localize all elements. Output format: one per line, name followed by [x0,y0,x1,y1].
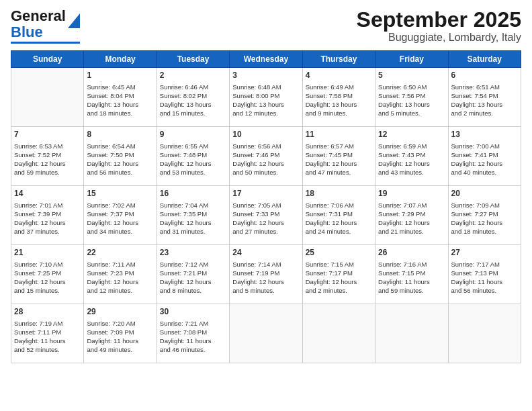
table-row: 23Sunrise: 7:12 AM Sunset: 7:21 PM Dayli… [157,245,229,304]
table-row: 7Sunrise: 6:53 AM Sunset: 7:52 PM Daylig… [11,127,84,186]
table-row: 29Sunrise: 7:20 AM Sunset: 7:09 PM Dayli… [84,304,157,363]
day-content: Sunrise: 7:05 AM Sunset: 7:33 PM Dayligh… [232,201,299,236]
day-number: 23 [160,247,226,258]
table-row: 15Sunrise: 7:02 AM Sunset: 7:37 PM Dayli… [84,186,157,245]
day-content: Sunrise: 6:48 AM Sunset: 8:00 PM Dayligh… [232,83,299,118]
day-content: Sunrise: 6:50 AM Sunset: 7:56 PM Dayligh… [378,83,445,118]
calendar-title: September 2025 [357,8,521,32]
table-row [448,304,521,363]
day-number: 14 [14,188,81,199]
day-content: Sunrise: 7:16 AM Sunset: 7:15 PM Dayligh… [378,260,445,295]
col-tuesday: Tuesday [157,51,229,68]
day-number: 29 [87,306,153,317]
day-number: 7 [14,129,81,140]
col-thursday: Thursday [302,51,375,68]
day-number: 30 [160,306,226,317]
table-row: 8Sunrise: 6:54 AM Sunset: 7:50 PM Daylig… [84,127,157,186]
day-content: Sunrise: 6:57 AM Sunset: 7:45 PM Dayligh… [306,142,372,177]
col-sunday: Sunday [11,51,84,68]
day-content: Sunrise: 7:14 AM Sunset: 7:19 PM Dayligh… [232,260,299,295]
day-number: 11 [306,129,372,140]
day-number: 5 [378,70,445,81]
calendar-subtitle: Buguggiate, Lombardy, Italy [357,32,521,44]
col-friday: Friday [375,51,448,68]
table-row: 5Sunrise: 6:50 AM Sunset: 7:56 PM Daylig… [375,68,448,127]
day-content: Sunrise: 7:09 AM Sunset: 7:27 PM Dayligh… [451,201,518,236]
day-number: 13 [451,129,518,140]
day-content: Sunrise: 6:51 AM Sunset: 7:54 PM Dayligh… [451,83,518,118]
day-content: Sunrise: 6:53 AM Sunset: 7:52 PM Dayligh… [14,142,81,177]
day-content: Sunrise: 6:54 AM Sunset: 7:50 PM Dayligh… [87,142,153,177]
table-row: 1Sunrise: 6:45 AM Sunset: 8:04 PM Daylig… [84,68,157,127]
table-row [11,68,84,127]
day-content: Sunrise: 6:56 AM Sunset: 7:46 PM Dayligh… [232,142,299,177]
day-content: Sunrise: 7:07 AM Sunset: 7:29 PM Dayligh… [378,201,445,236]
table-row: 14Sunrise: 7:01 AM Sunset: 7:39 PM Dayli… [11,186,84,245]
day-number: 16 [160,188,226,199]
page: General Blue September 2025 Buguggiate, … [0,0,532,411]
logo-underline [11,42,80,44]
day-number: 6 [451,70,518,81]
table-row: 21Sunrise: 7:10 AM Sunset: 7:25 PM Dayli… [11,245,84,304]
calendar-week-2: 7Sunrise: 6:53 AM Sunset: 7:52 PM Daylig… [11,127,521,186]
day-content: Sunrise: 7:11 AM Sunset: 7:23 PM Dayligh… [87,260,153,295]
logo-blue: Blue [11,24,43,40]
table-row: 24Sunrise: 7:14 AM Sunset: 7:19 PM Dayli… [230,245,302,304]
title-section: September 2025 Buguggiate, Lombardy, Ita… [357,8,521,44]
logo-triangle-icon [68,13,80,28]
day-content: Sunrise: 7:21 AM Sunset: 7:08 PM Dayligh… [160,319,226,355]
day-number: 27 [451,247,518,258]
day-content: Sunrise: 7:02 AM Sunset: 7:37 PM Dayligh… [87,201,153,236]
day-content: Sunrise: 7:00 AM Sunset: 7:41 PM Dayligh… [451,142,518,177]
table-row: 26Sunrise: 7:16 AM Sunset: 7:15 PM Dayli… [375,245,448,304]
day-number: 21 [14,247,81,258]
day-number: 24 [232,247,299,258]
table-row [375,304,448,363]
day-number: 17 [232,188,299,199]
day-content: Sunrise: 7:17 AM Sunset: 7:13 PM Dayligh… [451,260,518,295]
col-wednesday: Wednesday [230,51,302,68]
day-content: Sunrise: 7:19 AM Sunset: 7:11 PM Dayligh… [14,319,81,355]
day-number: 4 [306,70,372,81]
day-number: 19 [378,188,445,199]
svg-marker-0 [68,13,80,28]
day-content: Sunrise: 7:12 AM Sunset: 7:21 PM Dayligh… [160,260,226,295]
table-row: 18Sunrise: 7:06 AM Sunset: 7:31 PM Dayli… [302,186,375,245]
day-content: Sunrise: 6:59 AM Sunset: 7:43 PM Dayligh… [378,142,445,177]
table-row: 12Sunrise: 6:59 AM Sunset: 7:43 PM Dayli… [375,127,448,186]
calendar-week-3: 14Sunrise: 7:01 AM Sunset: 7:39 PM Dayli… [11,186,521,245]
calendar-week-5: 28Sunrise: 7:19 AM Sunset: 7:11 PM Dayli… [11,304,521,363]
table-row: 9Sunrise: 6:55 AM Sunset: 7:48 PM Daylig… [157,127,229,186]
calendar-week-4: 21Sunrise: 7:10 AM Sunset: 7:25 PM Dayli… [11,245,521,304]
col-saturday: Saturday [448,51,521,68]
day-content: Sunrise: 6:49 AM Sunset: 7:58 PM Dayligh… [306,83,372,118]
table-row: 25Sunrise: 7:15 AM Sunset: 7:17 PM Dayli… [302,245,375,304]
table-row: 13Sunrise: 7:00 AM Sunset: 7:41 PM Dayli… [448,127,521,186]
day-number: 9 [160,129,226,140]
day-number: 28 [14,306,81,317]
day-number: 20 [451,188,518,199]
day-number: 18 [306,188,372,199]
table-row: 30Sunrise: 7:21 AM Sunset: 7:08 PM Dayli… [157,304,229,363]
table-row: 20Sunrise: 7:09 AM Sunset: 7:27 PM Dayli… [448,186,521,245]
logo-text: General Blue [11,8,66,40]
header: General Blue September 2025 Buguggiate, … [11,8,521,44]
day-number: 26 [378,247,445,258]
day-number: 1 [87,70,153,81]
col-monday: Monday [84,51,157,68]
table-row: 16Sunrise: 7:04 AM Sunset: 7:35 PM Dayli… [157,186,229,245]
table-row: 19Sunrise: 7:07 AM Sunset: 7:29 PM Dayli… [375,186,448,245]
table-row: 3Sunrise: 6:48 AM Sunset: 8:00 PM Daylig… [230,68,302,127]
table-row [302,304,375,363]
day-number: 15 [87,188,153,199]
day-content: Sunrise: 7:20 AM Sunset: 7:09 PM Dayligh… [87,319,153,355]
calendar-week-1: 1Sunrise: 6:45 AM Sunset: 8:04 PM Daylig… [11,68,521,127]
day-content: Sunrise: 6:46 AM Sunset: 8:02 PM Dayligh… [160,83,226,118]
calendar-header-row: Sunday Monday Tuesday Wednesday Thursday… [11,51,521,68]
day-number: 22 [87,247,153,258]
table-row: 11Sunrise: 6:57 AM Sunset: 7:45 PM Dayli… [302,127,375,186]
day-number: 12 [378,129,445,140]
day-content: Sunrise: 6:55 AM Sunset: 7:48 PM Dayligh… [160,142,226,177]
day-content: Sunrise: 6:45 AM Sunset: 8:04 PM Dayligh… [87,83,153,118]
table-row: 17Sunrise: 7:05 AM Sunset: 7:33 PM Dayli… [230,186,302,245]
